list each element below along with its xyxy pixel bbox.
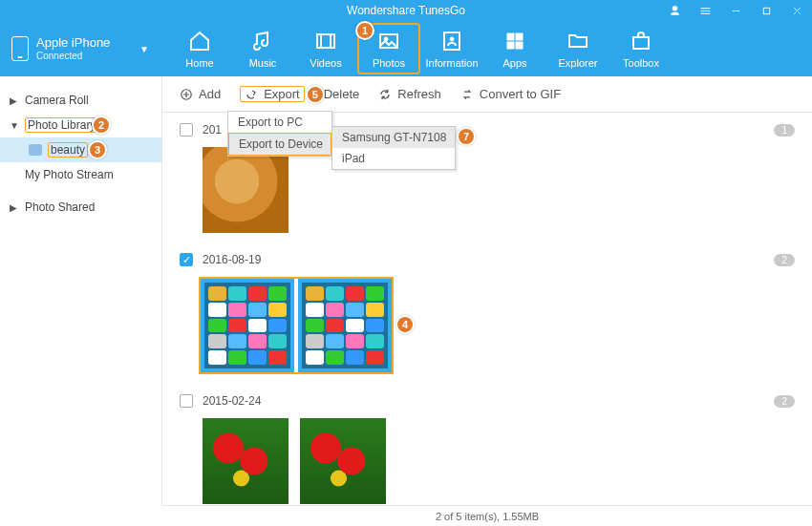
refresh-button[interactable]: Refresh: [378, 87, 441, 101]
chevron-down-icon: ▼: [139, 44, 149, 54]
refresh-icon: [378, 88, 392, 101]
account-icon[interactable]: [659, 0, 690, 21]
photo-thumb[interactable]: [302, 283, 388, 368]
svg-rect-8: [516, 33, 523, 40]
device-status: Connected: [36, 51, 110, 62]
group-date: 2016-08-19: [203, 253, 261, 266]
device-name: Apple iPhone: [36, 35, 110, 51]
hint-badge-3: 3: [88, 140, 107, 159]
sidebar-item-label: beauty: [48, 142, 88, 158]
sidebar-item-label: Photo Library: [25, 117, 98, 133]
svg-rect-1: [763, 8, 769, 13]
title-bar: Wondershare TunesGo: [0, 0, 812, 21]
device-submenu: Samsung GT-N7108 7 iPad: [331, 126, 456, 170]
nav-home[interactable]: Home: [168, 23, 231, 74]
phone-icon: [11, 36, 29, 61]
export-icon: [245, 88, 258, 101]
sidebar-item-photo-library[interactable]: ▼ Photo Library 2: [0, 113, 161, 137]
photo-group: ✓ 2016-08-19 2: [180, 248, 795, 384]
photo-thumb[interactable]: [204, 283, 290, 368]
export-to-pc[interactable]: Export to PC: [228, 112, 331, 133]
sidebar-item-label: Photo Shared: [25, 200, 95, 214]
status-text: 2 of 5 item(s), 1.55MB: [436, 511, 539, 522]
svg-rect-10: [516, 42, 523, 49]
photo-thumb[interactable]: [300, 418, 386, 504]
sidebar-item-beauty[interactable]: beauty 3: [0, 137, 161, 162]
nav-apps[interactable]: Apps: [483, 23, 546, 74]
group-checkbox[interactable]: [180, 394, 193, 408]
photo-icon: [376, 29, 401, 53]
convert-icon: [460, 88, 474, 101]
maximize-button[interactable]: [751, 0, 781, 21]
caret-right-icon: ▶: [10, 95, 19, 106]
folder-icon: [566, 29, 590, 53]
minimize-button[interactable]: [720, 0, 751, 21]
sidebar: ▶ Camera Roll ▼ Photo Library 2 beauty 3…: [0, 76, 162, 505]
delete-button[interactable]: Delete: [324, 87, 360, 101]
device-option-ipad[interactable]: iPad: [332, 148, 455, 169]
nav-photos[interactable]: Photos 1: [357, 23, 420, 74]
export-to-device[interactable]: Export to Device 6: [228, 133, 331, 156]
group-checkbox[interactable]: [180, 123, 193, 137]
hint-badge-7: 7: [457, 127, 476, 146]
svg-rect-7: [507, 33, 514, 40]
convert-gif-button[interactable]: Convert to GIF: [460, 87, 561, 101]
group-checkbox[interactable]: ✓: [180, 253, 193, 266]
photo-scroll[interactable]: 201 1 ✓ 2016-08-19 2: [162, 113, 812, 505]
svg-rect-0: [732, 11, 738, 11]
nav-information[interactable]: Information: [420, 23, 483, 74]
sidebar-item-label: Camera Roll: [25, 94, 89, 107]
add-button[interactable]: Add: [180, 87, 221, 101]
group-count: 2: [774, 254, 795, 266]
device-selector[interactable]: Apple iPhone Connected ▼: [6, 35, 159, 62]
toolbox-icon: [629, 29, 653, 53]
action-bar: Add Export 5 Delete Refresh Convert to G…: [162, 76, 812, 113]
caret-down-icon: ▼: [10, 120, 19, 131]
photo-thumb[interactable]: [203, 147, 288, 233]
selection-box: 4: [199, 277, 394, 374]
group-count: 1: [774, 124, 795, 137]
svg-rect-11: [633, 37, 649, 49]
apps-icon: [502, 29, 527, 53]
nav-music[interactable]: Music: [231, 23, 294, 74]
status-bar: 2 of 5 item(s), 1.55MB: [162, 505, 812, 526]
photo-thumb[interactable]: [203, 418, 288, 504]
album-icon: [29, 144, 42, 156]
nav-videos[interactable]: Videos: [294, 23, 357, 74]
export-button[interactable]: Export 5: [240, 86, 305, 102]
sidebar-item-camera-roll[interactable]: ▶ Camera Roll: [0, 88, 161, 113]
video-icon: [313, 29, 338, 53]
device-option-samsung[interactable]: Samsung GT-N7108 7: [332, 127, 455, 148]
hint-badge-2: 2: [92, 116, 111, 135]
main-toolbar: Apple iPhone Connected ▼ Home Music Vide…: [0, 21, 812, 76]
menu-icon[interactable]: [690, 0, 720, 21]
photo-group: 2015-02-24 2: [180, 389, 795, 505]
nav-toolbox[interactable]: Toolbox: [609, 23, 673, 74]
group-count: 2: [774, 395, 795, 408]
nav-explorer[interactable]: Explorer: [546, 23, 609, 74]
contacts-icon: [439, 29, 464, 53]
group-date: 2015-02-24: [203, 394, 261, 408]
music-icon: [250, 29, 275, 53]
app-title: Wondershare TunesGo: [347, 4, 465, 17]
hint-badge-5: 5: [306, 85, 325, 104]
plus-icon: [180, 88, 193, 101]
content-area: Add Export 5 Delete Refresh Convert to G…: [162, 76, 812, 505]
sidebar-item-photo-stream[interactable]: My Photo Stream: [0, 162, 161, 187]
hint-badge-4: 4: [395, 315, 415, 334]
svg-rect-2: [317, 34, 334, 48]
caret-right-icon: ▶: [10, 202, 19, 213]
hint-badge-1: 1: [355, 21, 374, 40]
export-menu: Export to PC Export to Device 6: [227, 111, 332, 157]
sidebar-item-label: My Photo Stream: [25, 168, 114, 181]
group-date: 201: [203, 123, 222, 137]
home-icon: [187, 29, 212, 53]
sidebar-item-photo-shared[interactable]: ▶ Photo Shared: [0, 195, 161, 220]
svg-rect-9: [507, 42, 514, 49]
close-button[interactable]: [781, 0, 812, 21]
svg-point-6: [450, 37, 454, 41]
